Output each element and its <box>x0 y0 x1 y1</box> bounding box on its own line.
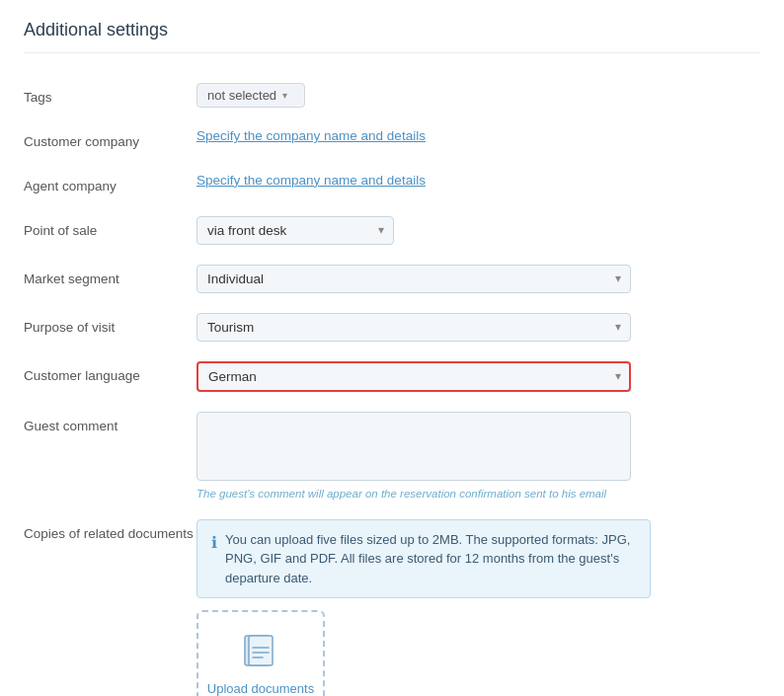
settings-form: Tags not selected ▾ Customer company Spe… <box>24 73 760 696</box>
chevron-down-icon: ▾ <box>282 90 287 101</box>
info-icon: ℹ <box>211 531 217 555</box>
market-segment-label: Market segment <box>24 265 196 289</box>
purpose-of-visit-control: Tourism Business Personal Medical <box>196 313 651 342</box>
purpose-of-visit-row: Purpose of visit Tourism Business Person… <box>24 303 760 351</box>
point-of-sale-wrapper: via front desk online phone <box>196 216 394 245</box>
point-of-sale-control: via front desk online phone <box>196 216 651 245</box>
guest-comment-hint: The guest's comment will appear on the r… <box>196 488 651 500</box>
tags-row: Tags not selected ▾ <box>24 73 760 117</box>
guest-comment-label: Guest comment <box>24 412 196 436</box>
market-segment-wrapper: Individual Corporate Group OTA <box>196 265 631 293</box>
customer-language-row: Customer language German English French … <box>24 351 760 402</box>
info-box: ℹ You can upload five files sized up to … <box>196 519 651 599</box>
copies-control: ℹ You can upload five files sized up to … <box>196 519 651 696</box>
purpose-of-visit-select[interactable]: Tourism Business Personal Medical <box>196 313 631 342</box>
guest-comment-textarea[interactable] <box>196 412 631 481</box>
upload-area[interactable]: Upload documents <box>196 610 325 696</box>
customer-language-select[interactable]: German English French Spanish Russian <box>196 361 631 392</box>
agent-company-link[interactable]: Specify the company name and details <box>196 173 426 188</box>
page-title: Additional settings <box>24 20 760 53</box>
purpose-of-visit-wrapper: Tourism Business Personal Medical <box>196 313 631 342</box>
market-segment-row: Market segment Individual Corporate Grou… <box>24 255 760 303</box>
agent-company-row: Agent company Specify the company name a… <box>24 162 760 206</box>
customer-company-link[interactable]: Specify the company name and details <box>196 128 426 143</box>
tags-control: not selected ▾ <box>196 83 651 108</box>
customer-company-row: Customer company Specify the company nam… <box>24 117 760 162</box>
market-segment-control: Individual Corporate Group OTA <box>196 265 651 293</box>
document-icon <box>243 634 278 673</box>
point-of-sale-label: Point of sale <box>24 216 196 241</box>
tags-value: not selected <box>207 88 276 103</box>
customer-company-control: Specify the company name and details <box>196 127 651 143</box>
copies-row: Copies of related documents ℹ You can up… <box>24 509 760 696</box>
customer-language-label: Customer language <box>24 361 196 386</box>
guest-comment-row: Guest comment The guest's comment will a… <box>24 402 760 509</box>
point-of-sale-row: Point of sale via front desk online phon… <box>24 206 760 255</box>
customer-language-wrapper: German English French Spanish Russian <box>196 361 631 392</box>
upload-label[interactable]: Upload documents <box>207 681 314 696</box>
agent-company-label: Agent company <box>24 172 196 196</box>
svg-rect-1 <box>249 636 273 665</box>
copies-label: Copies of related documents <box>24 519 196 544</box>
info-text: You can upload five files sized up to 2M… <box>225 530 636 588</box>
customer-company-label: Customer company <box>24 127 196 152</box>
market-segment-select[interactable]: Individual Corporate Group OTA <box>196 265 631 293</box>
tags-dropdown[interactable]: not selected ▾ <box>196 83 305 108</box>
customer-language-control: German English French Spanish Russian <box>196 361 651 392</box>
purpose-of-visit-label: Purpose of visit <box>24 313 196 338</box>
tags-label: Tags <box>24 83 196 108</box>
point-of-sale-select[interactable]: via front desk online phone <box>196 216 394 245</box>
guest-comment-control: The guest's comment will appear on the r… <box>196 412 651 500</box>
agent-company-control: Specify the company name and details <box>196 172 651 188</box>
